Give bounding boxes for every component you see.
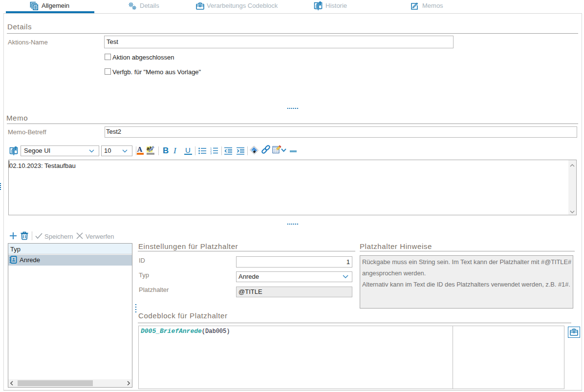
- svg-text:3: 3: [210, 152, 212, 155]
